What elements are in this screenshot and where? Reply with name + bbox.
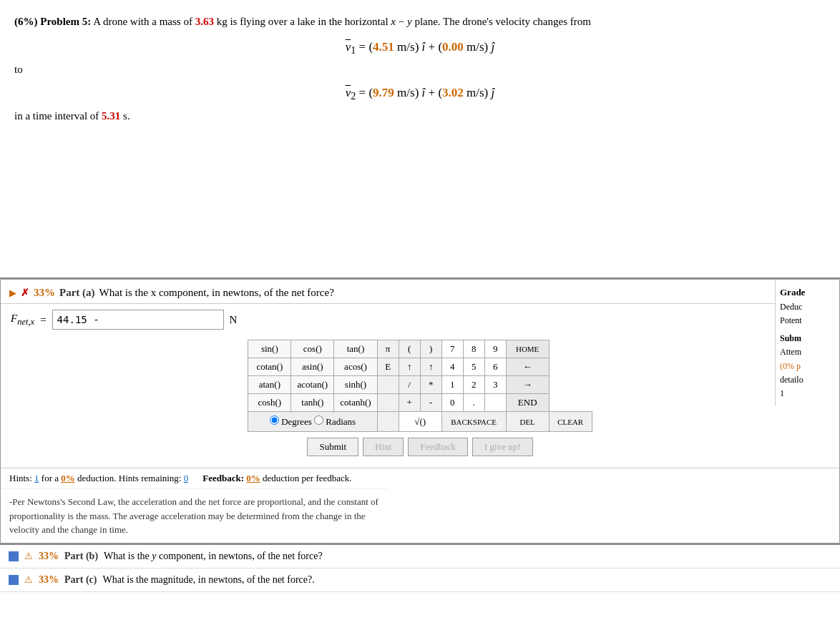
part-c-warning-icon: ⚠ xyxy=(24,574,33,586)
problem-title-line: (6%) Problem 5: A drone with a mass of 3… xyxy=(14,13,826,30)
part-b-question: What is the y component, in newtons, of … xyxy=(104,551,323,562)
key-right-arrow[interactable]: → xyxy=(506,376,549,394)
hints-text: Hints: xyxy=(9,473,32,483)
answer-input[interactable] xyxy=(52,310,224,330)
problem-statement: (6%) Problem 5: A drone with a mass of 3… xyxy=(0,0,840,279)
attempts-label: Attem xyxy=(780,345,835,359)
problem-desc: A drone with a mass of xyxy=(93,16,195,27)
hint-button[interactable]: Hint xyxy=(363,438,404,456)
grade-title: Grade xyxy=(780,285,835,300)
key-9[interactable]: 9 xyxy=(484,340,506,358)
radians-radio[interactable] xyxy=(314,415,323,425)
hints-deduction: 0% xyxy=(61,473,75,483)
degrees-radio[interactable] xyxy=(270,415,279,425)
igiveup-button[interactable]: I give up! xyxy=(472,438,533,456)
key-e[interactable]: E xyxy=(377,358,399,376)
key-8[interactable]: 8 xyxy=(463,340,484,358)
key-multiply[interactable]: * xyxy=(420,376,441,394)
part-c-row: ⚠ 33% Part (c) What is the magnitude, in… xyxy=(0,569,840,592)
key-acotan[interactable]: acotan() xyxy=(291,376,334,394)
grade-panel: Grade Deduc Potent Subm Attem (0% p deta… xyxy=(775,280,839,406)
hints-remaining-link[interactable]: 0 xyxy=(184,473,189,483)
v1-equation: v1 = (4.51 m/s) î + (0.00 m/s) ĵ xyxy=(14,40,826,56)
v2-equation: v2 = (9.79 m/s) î + (3.02 m/s) ĵ xyxy=(14,86,826,102)
part-c-label: Part (c) xyxy=(64,574,97,586)
submit-button[interactable]: Submit xyxy=(307,438,358,456)
key-backspace[interactable]: BACKSPACE xyxy=(441,412,506,432)
feedback-suffix: deduction per feedback. xyxy=(263,473,352,483)
key-plus[interactable]: + xyxy=(399,394,420,412)
key-tan[interactable]: tan() xyxy=(334,340,377,358)
hints-suffix: deduction. Hints remaining: xyxy=(77,473,182,483)
key-sqrt[interactable]: √() xyxy=(399,412,441,432)
key-7[interactable]: 7 xyxy=(441,340,463,358)
hint-text-content: -Per Newtons's Second Law, the accelerat… xyxy=(9,496,379,535)
key-atan[interactable]: atan() xyxy=(248,376,291,394)
x-mark-icon: ✗ xyxy=(21,287,29,299)
part-a-percent: 33% xyxy=(34,287,55,299)
key-3[interactable]: 3 xyxy=(484,376,506,394)
problem-percent: (6%) xyxy=(14,16,38,27)
key-cosh[interactable]: cosh() xyxy=(248,394,291,412)
time-value: 5.31 xyxy=(102,110,120,122)
key-4[interactable]: 4 xyxy=(441,358,463,376)
feedback-deduction: 0% xyxy=(246,473,260,483)
key-asin[interactable]: asin() xyxy=(291,358,334,376)
key-empty4 xyxy=(377,412,399,432)
key-empty3 xyxy=(484,394,506,412)
v2-x-val: 9.79 xyxy=(373,86,394,99)
key-end[interactable]: END xyxy=(506,394,549,412)
key-pi[interactable]: π xyxy=(377,340,399,358)
problem-number: Problem 5: xyxy=(40,16,91,27)
hint-content: -Per Newtons's Second Law, the accelerat… xyxy=(1,488,387,543)
key-del[interactable]: DEL xyxy=(506,412,549,432)
key-6[interactable]: 6 xyxy=(484,358,506,376)
feedback-button[interactable]: Feedback xyxy=(408,438,468,456)
part-a-label: Part (a) xyxy=(59,287,95,299)
key-5[interactable]: 5 xyxy=(463,358,484,376)
feedback-right: Feedback: 0% deduction per feedback. xyxy=(202,473,351,484)
key-cotan[interactable]: cotan() xyxy=(248,358,291,376)
part-a-header: ▶ ✗ 33% Part (a) What is the x component… xyxy=(1,280,839,304)
key-backspace-arrow[interactable]: ← xyxy=(506,358,549,376)
key-sin[interactable]: sin() xyxy=(248,340,291,358)
radians-label[interactable]: Radians xyxy=(314,416,356,427)
time-unit: s. xyxy=(123,110,130,122)
key-dot[interactable]: . xyxy=(463,394,484,412)
degrees-radians-row: Degrees Radians xyxy=(248,412,377,432)
key-2[interactable]: 2 xyxy=(463,376,484,394)
v2-y-val: 3.02 xyxy=(442,86,464,99)
interval-text: in a time interval of 5.31 s. xyxy=(14,110,826,122)
key-divide[interactable]: / xyxy=(399,376,420,394)
hints-for: for a xyxy=(41,473,61,483)
key-lparen[interactable]: ( xyxy=(399,340,420,358)
key-up2[interactable]: ↑ xyxy=(420,358,441,376)
key-up1[interactable]: ↑ xyxy=(399,358,420,376)
part-b-square-icon xyxy=(9,551,19,561)
key-clear[interactable]: CLEAR xyxy=(549,412,592,432)
details-label: detailo xyxy=(780,373,835,387)
degrees-label[interactable]: Degrees xyxy=(270,416,314,427)
key-1[interactable]: 1 xyxy=(441,376,463,394)
f-subscript: net,x xyxy=(17,317,34,327)
key-cotanh[interactable]: cotanh() xyxy=(334,394,377,412)
hints-count-link[interactable]: 1 xyxy=(34,473,39,483)
part-c-percent: 33% xyxy=(39,574,59,586)
key-cos[interactable]: cos() xyxy=(291,340,334,358)
key-empty1 xyxy=(377,376,399,394)
key-tanh[interactable]: tanh() xyxy=(291,394,334,412)
count-one: 1 xyxy=(780,387,835,400)
key-home[interactable]: HOME xyxy=(506,340,549,358)
key-minus[interactable]: - xyxy=(420,394,441,412)
key-rparen[interactable]: ) xyxy=(420,340,441,358)
part-b-warning-icon: ⚠ xyxy=(24,551,33,562)
feedback-label: Feedback: xyxy=(202,473,244,483)
key-0[interactable]: 0 xyxy=(441,394,463,412)
key-acos[interactable]: acos() xyxy=(334,358,377,376)
grade-potential: Potent xyxy=(780,314,835,328)
v1-x-val: 4.51 xyxy=(373,40,394,54)
key-sinh[interactable]: sinh() xyxy=(334,376,377,394)
to-text: to xyxy=(14,64,826,76)
other-parts: ⚠ 33% Part (b) What is the y component, … xyxy=(0,543,840,592)
hints-left: Hints: 1 for a 0% deduction. Hints remai… xyxy=(9,473,188,484)
